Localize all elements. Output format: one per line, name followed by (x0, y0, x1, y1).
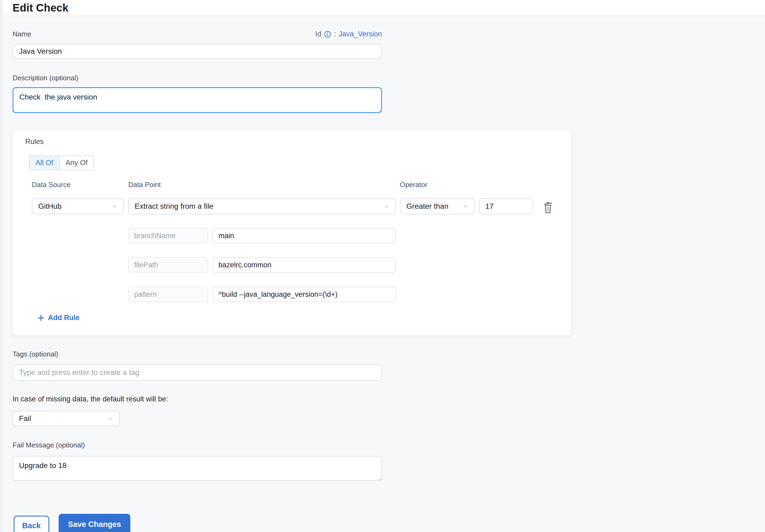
chevron-down-icon (111, 203, 118, 210)
chevron-down-icon (383, 203, 390, 210)
page-header: Edit Check (3, 0, 765, 16)
trash-icon (542, 200, 554, 214)
fail-message-textarea[interactable]: Upgrade to 18 (13, 456, 382, 481)
operator-threshold-input[interactable] (479, 198, 533, 214)
rules-card: Rules All Of Any Of Data Source Data Poi… (13, 129, 571, 335)
add-rule-button[interactable]: Add Rule (37, 313, 80, 322)
back-button[interactable]: Back (14, 516, 49, 532)
data-point-header: Data Point (128, 181, 161, 189)
default-result-value: Fail (19, 414, 31, 423)
save-changes-button[interactable]: Save Changes (59, 514, 130, 532)
check-id-link[interactable]: Java_Version (339, 30, 382, 38)
data-source-select[interactable]: GitHub (32, 198, 124, 214)
chevron-down-icon (462, 203, 469, 210)
window-edge-strip (0, 0, 3, 532)
param-value-filepath[interactable] (213, 257, 396, 273)
operator-header: Operator (400, 181, 427, 189)
param-value-pattern[interactable] (213, 286, 396, 302)
plus-icon (37, 314, 45, 322)
id-label: Id (315, 30, 322, 38)
data-source-value: GitHub (38, 202, 62, 211)
param-value-branchname[interactable] (213, 228, 396, 244)
chevron-down-icon (107, 415, 114, 422)
tags-input[interactable] (13, 364, 382, 381)
description-textarea[interactable]: Check the java version (13, 87, 382, 113)
param-key-branchname[interactable] (128, 228, 208, 244)
add-rule-label: Add Rule (48, 313, 80, 322)
toggle-any-of[interactable]: Any Of (59, 156, 94, 170)
data-source-header: Data Source (32, 181, 71, 189)
param-key-filepath[interactable] (128, 257, 208, 273)
page-title: Edit Check (13, 2, 69, 14)
tags-label: Tags (optional) (13, 350, 58, 358)
operator-select[interactable]: Greater than (400, 198, 474, 214)
name-label: Name (13, 30, 31, 38)
missing-data-label: In case of missing data, the default res… (13, 395, 168, 403)
param-key-pattern[interactable] (128, 286, 208, 302)
fail-message-label: Fail Message (optional) (13, 441, 85, 449)
description-label: Description (optional) (13, 74, 78, 82)
id-row: Id : Java_Version (315, 30, 382, 38)
toggle-all-of[interactable]: All Of (29, 156, 60, 170)
name-input[interactable] (13, 44, 382, 59)
rules-label: Rules (25, 138, 44, 146)
data-point-select[interactable]: Extract string from a file (128, 198, 396, 214)
rules-match-toggle: All Of Any Of (29, 156, 94, 170)
default-result-select[interactable]: Fail (13, 411, 120, 426)
delete-rule-button[interactable] (541, 200, 555, 214)
operator-value: Greater than (406, 202, 448, 211)
data-point-value: Extract string from a file (135, 202, 213, 211)
info-icon[interactable] (324, 30, 332, 38)
id-colon: : (334, 30, 336, 38)
